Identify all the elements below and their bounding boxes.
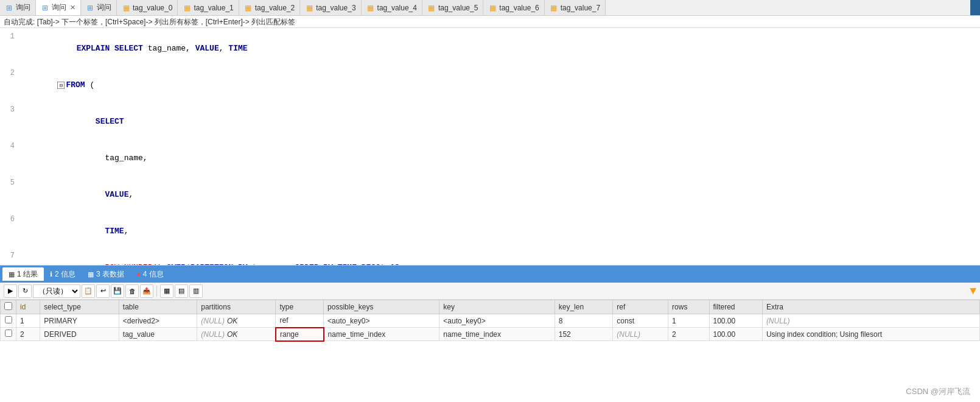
toolbar-readonly-select[interactable]: （只读） bbox=[33, 284, 80, 298]
result-tab-0-label: 1 结果 bbox=[17, 269, 38, 280]
result-table-wrap: id select_type table partitions type pos… bbox=[0, 300, 980, 370]
tab-6[interactable]: ▦ tag_value_3 bbox=[300, 0, 361, 16]
col-key-len: key_len bbox=[555, 300, 613, 314]
row-2-table: tag_value bbox=[119, 328, 197, 341]
row-2-filtered: 100.00 bbox=[709, 328, 762, 341]
sql-line-5: 5 VALUE, bbox=[0, 177, 980, 213]
tab-8-label: tag_value_5 bbox=[438, 4, 478, 12]
tab-0-icon: ⊞ bbox=[5, 4, 13, 12]
tab-1[interactable]: ⊞ 询问 ✕ bbox=[36, 0, 81, 16]
row-1-rows: 1 bbox=[668, 314, 709, 328]
result-toolbar: ▶ ↻ （只读） 📋 ↩ 💾 🗑 📤 ▦ ▤ ▥ ▼ bbox=[0, 283, 980, 300]
result-tab-0[interactable]: ▦ 1 结果 bbox=[2, 267, 44, 281]
col-checkbox bbox=[1, 300, 16, 314]
row-1-id: 1 bbox=[16, 314, 40, 328]
sql-line-2: 2 ⊟FROM ( bbox=[0, 67, 980, 104]
tab-8-icon: ▦ bbox=[427, 4, 436, 12]
select-all-checkbox[interactable] bbox=[4, 302, 12, 310]
toolbar-btn-refresh[interactable]: ↻ bbox=[18, 284, 32, 298]
row-1-type: ref bbox=[276, 314, 324, 328]
tab-0[interactable]: ⊞ 询问 bbox=[0, 0, 36, 16]
tab-2[interactable]: ⊞ 词问 bbox=[81, 0, 117, 16]
result-tab-3[interactable]: ● 4 信息 bbox=[130, 267, 170, 281]
tab-9-label: tag_value_6 bbox=[499, 4, 539, 12]
tab-10[interactable]: ▦ tag_value_7 bbox=[545, 0, 606, 16]
sql-line-1: 1 EXPLAIN SELECT tag_name, VALUE, TIME bbox=[0, 30, 980, 67]
tab-8[interactable]: ▦ tag_value_5 bbox=[422, 0, 483, 16]
tab-5-icon: ▦ bbox=[244, 4, 253, 12]
filter-icon[interactable]: ▼ bbox=[970, 285, 976, 297]
row-1-possible-keys: <auto_key0> bbox=[324, 314, 439, 328]
watermark: CSDN @河岸飞流 bbox=[906, 386, 970, 397]
row-2-id: 2 bbox=[16, 328, 40, 341]
result-tab-0-icon: ▦ bbox=[9, 270, 15, 278]
toolbar-btn-delete[interactable]: 🗑 bbox=[125, 284, 139, 298]
tab-3[interactable]: ▦ tag_value_0 bbox=[117, 0, 178, 16]
row-2-checkbox[interactable] bbox=[5, 330, 12, 337]
tab-7-label: tag_value_4 bbox=[377, 4, 417, 12]
result-tab-2[interactable]: ▦ 3 表数据 bbox=[82, 267, 130, 281]
result-tab-2-icon: ▦ bbox=[88, 270, 94, 278]
tab-4[interactable]: ▦ tag_value_1 bbox=[178, 0, 239, 16]
tab-bar: ⊞ 询问 ⊞ 询问 ✕ ⊞ 词问 ▦ tag_value_0 ▦ tag_val… bbox=[0, 0, 980, 16]
tab-9[interactable]: ▦ tag_value_6 bbox=[483, 0, 544, 16]
tab-7[interactable]: ▦ tag_value_4 bbox=[362, 0, 422, 16]
toolbar-btn-grid3[interactable]: ▥ bbox=[189, 284, 203, 298]
toolbar-btn-undo[interactable]: ↩ bbox=[96, 284, 110, 298]
row-1-checkbox[interactable] bbox=[5, 316, 12, 323]
row-2-partitions: (NULL)OK bbox=[197, 328, 276, 341]
table-row: 2 DERIVED tag_value (NULL)OK range name_… bbox=[1, 328, 980, 341]
row-1-extra: (NULL) bbox=[762, 314, 979, 328]
autocomplete-hint: 自动完成: [Tab]-> 下一个标签，[Ctrl+Space]-> 列出所有标… bbox=[0, 16, 980, 28]
tab-9-icon: ▦ bbox=[488, 4, 497, 12]
row-1-filtered: 100.00 bbox=[709, 314, 762, 328]
tab-6-icon: ▦ bbox=[305, 4, 313, 12]
result-tab-2-label: 3 表数据 bbox=[96, 269, 124, 280]
result-table: id select_type table partitions type pos… bbox=[0, 300, 980, 342]
col-rows: rows bbox=[668, 300, 709, 314]
result-tab-1[interactable]: ℹ 2 信息 bbox=[44, 267, 82, 281]
col-extra: Extra bbox=[762, 300, 979, 314]
tab-3-icon: ▦ bbox=[122, 4, 130, 12]
tab-0-label: 询问 bbox=[16, 2, 30, 13]
col-possible-keys: possible_keys bbox=[324, 300, 439, 314]
toolbar-btn-copy[interactable]: 📋 bbox=[82, 284, 95, 298]
result-tab-3-icon: ● bbox=[136, 270, 141, 278]
row-1-select-type: PRIMARY bbox=[40, 314, 119, 328]
row-1-ref: const bbox=[613, 314, 668, 328]
tab-5-label: tag_value_2 bbox=[255, 4, 295, 12]
collapse-btn-2[interactable]: ⊟ bbox=[57, 82, 65, 89]
sql-editor[interactable]: 1 EXPLAIN SELECT tag_name, VALUE, TIME 2… bbox=[0, 28, 980, 266]
col-filtered: filtered bbox=[709, 300, 762, 314]
tab-2-icon: ⊞ bbox=[86, 4, 94, 12]
row-2-select-type: DERIVED bbox=[40, 328, 119, 341]
toolbar-btn-play[interactable]: ▶ bbox=[4, 284, 17, 298]
row-1-key-len: 8 bbox=[555, 314, 613, 328]
toolbar-separator bbox=[156, 286, 157, 297]
sql-line-4: 4 tag_name, bbox=[0, 140, 980, 177]
col-id: id bbox=[16, 300, 40, 314]
col-ref: ref bbox=[613, 300, 668, 314]
sql-line-6: 6 TIME, bbox=[0, 213, 980, 250]
toolbar-btn-save[interactable]: 💾 bbox=[111, 284, 124, 298]
col-table: table bbox=[119, 300, 197, 314]
row-2-extra: Using index condition; Using filesort bbox=[762, 328, 979, 341]
tab-1-icon: ⊞ bbox=[41, 4, 49, 12]
col-select-type: select_type bbox=[40, 300, 119, 314]
result-tab-1-icon: ℹ bbox=[50, 270, 52, 278]
row-2-key: name_time_index bbox=[439, 328, 555, 341]
toolbar-btn-grid2[interactable]: ▤ bbox=[175, 284, 188, 298]
sql-line-3: 3 SELECT bbox=[0, 104, 980, 140]
tab-1-close[interactable]: ✕ bbox=[70, 4, 75, 12]
tab-10-label: tag_value_7 bbox=[561, 4, 600, 12]
table-row: 1 PRIMARY <derived2> (NULL)OK ref <auto_… bbox=[1, 314, 980, 328]
tab-5[interactable]: ▦ tag_value_2 bbox=[239, 0, 300, 16]
toolbar-btn-grid1[interactable]: ▦ bbox=[160, 284, 173, 298]
row-2-ref: (NULL) bbox=[613, 328, 668, 341]
tab-2-label: 词问 bbox=[97, 2, 111, 13]
row-2-checkbox-cell bbox=[1, 328, 16, 341]
toolbar-btn-export[interactable]: 📤 bbox=[140, 284, 153, 298]
tab-6-label: tag_value_3 bbox=[316, 4, 355, 12]
row-2-type: range bbox=[276, 328, 324, 341]
row-2-possible-keys: name_time_index bbox=[324, 328, 439, 341]
